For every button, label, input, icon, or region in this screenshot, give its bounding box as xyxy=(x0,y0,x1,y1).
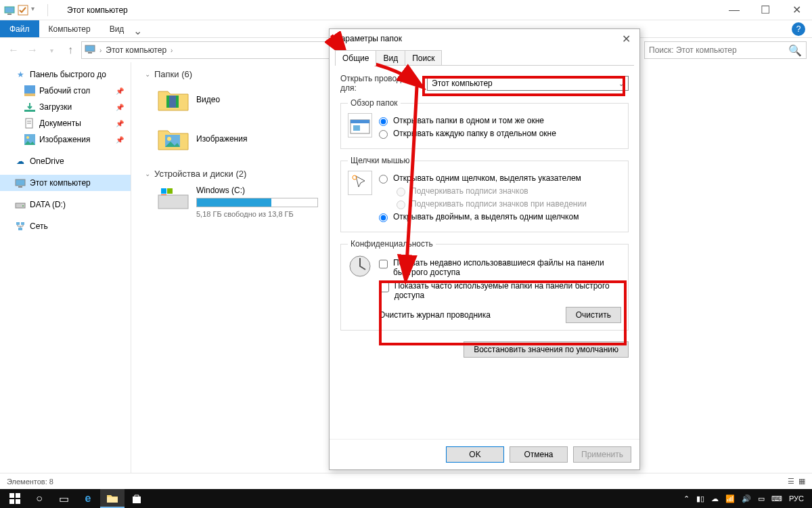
dialog-titlebar[interactable]: Параметры папок ✕ xyxy=(330,29,639,48)
dialog-close-button[interactable]: ✕ xyxy=(618,33,634,45)
radio-same-window[interactable]: Открывать папки в одном и том же окне xyxy=(379,116,621,126)
language-indicator[interactable]: РУС xyxy=(789,494,804,503)
sidebar-item-desktop[interactable]: Рабочий стол 📌 xyxy=(0,83,131,99)
radio-input xyxy=(397,200,405,209)
volume-icon[interactable]: 🔊 xyxy=(742,494,751,503)
label: Изображения xyxy=(196,134,247,144)
tab-general[interactable]: Общие xyxy=(335,50,376,66)
ribbon-collapse-icon[interactable]: ⌄ xyxy=(133,24,142,37)
titlebar: ▾ Этот компьютер — ☐ ✕ xyxy=(0,0,812,20)
forward-button[interactable]: → xyxy=(24,42,41,58)
svg-rect-35 xyxy=(16,493,20,498)
close-button[interactable]: ✕ xyxy=(781,0,812,20)
up-button[interactable]: ↑ xyxy=(62,42,78,58)
sidebar-onedrive[interactable]: ☁ OneDrive xyxy=(0,153,131,169)
checkbox-input[interactable] xyxy=(379,282,389,293)
search-taskbar-button[interactable]: ○ xyxy=(27,489,51,508)
back-button[interactable]: ← xyxy=(5,42,22,58)
onedrive-tray-icon[interactable]: ☁ xyxy=(711,494,719,503)
tab-search[interactable]: Поиск xyxy=(405,50,442,66)
checkbox-recent-files[interactable]: Показать недавно использовавшиеся файлы … xyxy=(379,258,621,277)
tiles-view-icon[interactable]: ▦ xyxy=(798,477,805,486)
svg-rect-22 xyxy=(176,96,179,108)
radio-input[interactable] xyxy=(379,130,388,139)
sidebar-item-pictures[interactable]: Изображения 📌 xyxy=(0,131,131,148)
svg-rect-26 xyxy=(161,188,166,194)
radio-new-window[interactable]: Открывать каждую папку в отдельном окне xyxy=(379,129,621,139)
onedrive-icon: ☁ xyxy=(15,156,26,167)
radio-single-click[interactable]: Открывать одним щелчком, выделять указат… xyxy=(379,173,621,184)
tab-view[interactable]: Вид xyxy=(376,50,405,66)
tab-view[interactable]: Вид xyxy=(100,20,134,37)
radio-input[interactable] xyxy=(379,213,388,222)
label: Рабочий стол xyxy=(39,86,90,96)
svg-point-24 xyxy=(167,137,171,141)
folder-icon xyxy=(157,86,189,113)
taskview-button[interactable]: ▭ xyxy=(51,489,76,508)
explorer-taskbar-button[interactable] xyxy=(100,489,125,508)
label: Сеть xyxy=(30,221,48,231)
details-view-icon[interactable]: ☰ xyxy=(788,477,794,486)
element-count: Элементов: 8 xyxy=(7,478,53,486)
sidebar-this-pc[interactable]: Этот компьютер xyxy=(0,175,131,191)
maximize-button[interactable]: ☐ xyxy=(750,0,781,20)
search-input[interactable] xyxy=(649,45,788,55)
wifi-icon[interactable]: 📶 xyxy=(725,494,735,503)
apply-button[interactable]: Применить xyxy=(573,446,631,463)
store-button[interactable] xyxy=(125,489,149,508)
downloads-icon xyxy=(24,102,35,112)
drive-info: Windows (C:) 5,18 ГБ свободно из 13,8 ГБ xyxy=(196,186,318,218)
sidebar-quick-access[interactable]: ★ Панель быстрого до xyxy=(0,66,131,83)
chevron-right-icon[interactable]: › xyxy=(99,47,102,54)
checkbox-icon[interactable] xyxy=(18,5,28,16)
cancel-button[interactable]: Отмена xyxy=(510,446,568,463)
system-tray: ⌃ ▮▯ ☁ 📶 🔊 ▭ ⌨ РУС xyxy=(683,494,809,503)
pin-icon: 📌 xyxy=(116,87,124,95)
start-button[interactable] xyxy=(3,489,27,508)
sidebar-item-downloads[interactable]: Загрузки 📌 xyxy=(0,99,131,115)
help-button[interactable]: ? xyxy=(792,22,805,36)
tray-chevron-icon[interactable]: ⌃ xyxy=(683,494,690,503)
search-box[interactable]: 🔍 xyxy=(644,41,807,59)
open-explorer-dropdown[interactable]: Этот компьютер ⌄ xyxy=(427,76,629,91)
radio-double-click[interactable]: Открывать двойным, а выделять одним щелч… xyxy=(379,212,621,222)
chevron-right-icon[interactable]: › xyxy=(171,47,173,54)
radio-input[interactable] xyxy=(379,117,388,126)
drive-usage-bar xyxy=(196,198,318,207)
file-tab[interactable]: Файл xyxy=(0,20,39,37)
dropdown-icon[interactable]: ▾ xyxy=(31,5,42,16)
label: Устройства и диски (2) xyxy=(154,169,246,179)
svg-rect-6 xyxy=(24,93,35,96)
keyboard-icon[interactable]: ⌨ xyxy=(771,494,782,503)
tab-computer[interactable]: Компьютер xyxy=(39,20,100,37)
mouse-click-icon xyxy=(348,171,372,195)
search-icon[interactable]: 🔍 xyxy=(788,44,802,57)
label: Видео xyxy=(196,95,220,104)
chevron-down-icon: ⌄ xyxy=(145,70,150,78)
clear-button[interactable]: Очистить xyxy=(566,307,621,323)
radio-input[interactable] xyxy=(379,175,388,184)
sidebar-network[interactable]: Сеть xyxy=(0,218,131,234)
battery-icon[interactable]: ▮▯ xyxy=(696,494,704,503)
sidebar-item-documents[interactable]: Документы 📌 xyxy=(0,115,131,131)
breadcrumb-item[interactable]: Этот компьютер xyxy=(106,45,166,55)
sidebar-data-drive[interactable]: DATA (D:) xyxy=(0,196,131,213)
history-dropdown[interactable]: ▾ xyxy=(43,42,60,58)
svg-point-12 xyxy=(26,136,29,139)
checkbox-input[interactable] xyxy=(379,259,388,270)
checkbox-label: Показать недавно использовавшиеся файлы … xyxy=(393,258,621,277)
svg-rect-17 xyxy=(16,222,20,225)
pin-icon: 📌 xyxy=(116,136,124,144)
minimize-button[interactable]: — xyxy=(719,0,750,20)
dialog-tabs: Общие Вид Поиск xyxy=(330,48,639,65)
action-center-icon[interactable]: ▭ xyxy=(758,494,765,503)
ok-button[interactable]: OK xyxy=(446,446,504,463)
edge-button[interactable]: e xyxy=(76,489,100,508)
radio-underline-hover: Подчеркивать подписи значков при наведен… xyxy=(397,199,621,209)
browse-folders-group: Обзор папок Открывать папки в одном и то… xyxy=(340,98,629,149)
radio-input xyxy=(397,188,405,196)
restore-defaults-button[interactable]: Восстановить значения по умолчанию xyxy=(464,341,629,358)
legend: Обзор папок xyxy=(348,98,401,108)
clear-history-label: Очистить журнал проводника xyxy=(379,310,491,320)
checkbox-frequent-folders[interactable]: Показать часто используемые папки на пан… xyxy=(379,281,621,300)
